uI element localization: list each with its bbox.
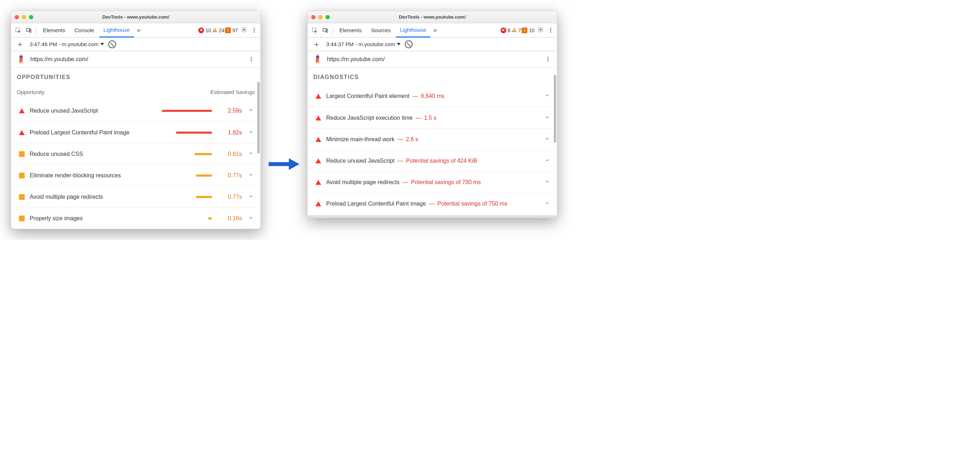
savings-bar-wrap: [108, 196, 212, 198]
warning-badge[interactable]: 7: [511, 27, 521, 33]
new-report-button[interactable]: ＋: [311, 39, 322, 50]
savings-bar: [195, 153, 212, 155]
report-dropdown[interactable]: 3:44:37 PM - m.youtube.com: [326, 41, 401, 47]
info-badge[interactable]: ! 10: [522, 27, 535, 33]
diagnostic-title: Reduce unused JavaScript — Potential sav…: [326, 158, 477, 164]
scroll-thumb[interactable]: [554, 75, 556, 143]
tab-elements[interactable]: Elements: [335, 23, 366, 38]
error-badge[interactable]: ✕ 8: [501, 27, 511, 33]
more-tabs-icon[interactable]: »: [431, 26, 439, 34]
scrollbar-vertical[interactable]: [257, 67, 260, 229]
clear-button[interactable]: [108, 40, 116, 48]
scrollbar-horizontal[interactable]: [308, 215, 557, 218]
scrollbar-vertical[interactable]: [554, 67, 556, 218]
error-count: 8: [508, 27, 511, 33]
devtools-tabs-row: Elements Console Lighthouse » ✕ 10 24 ! …: [11, 23, 261, 38]
more-tabs-icon[interactable]: »: [135, 26, 143, 34]
close-window-button[interactable]: [311, 15, 315, 19]
new-report-button[interactable]: ＋: [15, 39, 25, 50]
tab-sources[interactable]: Sources: [367, 23, 395, 38]
opportunity-row[interactable]: Preload Largest Contentful Paint image1.…: [11, 121, 261, 143]
device-toolbar-icon[interactable]: [320, 26, 331, 35]
window-title: DevTools - www.youtube.com/: [11, 14, 261, 20]
chevron-down-icon[interactable]: [543, 115, 551, 121]
diagnostic-row[interactable]: Largest Contentful Paint element — 6,640…: [308, 85, 557, 107]
opportunity-row[interactable]: Avoid multiple page redirects0.77s: [11, 186, 261, 208]
opportunity-label: Reduce unused CSS: [30, 151, 83, 157]
section-opportunities-heading: OPPORTUNITIES: [11, 67, 261, 85]
chevron-down-icon[interactable]: [247, 215, 255, 222]
diagnostic-metric: 2.6 s: [406, 136, 418, 143]
inspect-icon[interactable]: [13, 26, 23, 35]
diagnostic-row[interactable]: Reduce JavaScript execution time — 1.5 s: [308, 107, 557, 128]
window-title: DevTools - www.youtube.com/: [308, 14, 557, 20]
tab-elements[interactable]: Elements: [38, 23, 70, 38]
error-badge[interactable]: ✕ 10: [198, 27, 211, 33]
settings-icon[interactable]: [239, 26, 250, 34]
diagnostic-title: Minimize main-thread work — 2.6 s: [326, 136, 418, 143]
close-window-button[interactable]: [15, 15, 19, 19]
tab-lighthouse[interactable]: Lighthouse: [99, 23, 134, 38]
severity-average-icon: [19, 151, 25, 157]
savings-bar-wrap: [126, 174, 212, 177]
device-toolbar-icon[interactable]: [24, 26, 34, 35]
svg-marker-6: [289, 158, 300, 169]
caret-down-icon: [100, 43, 104, 45]
clear-button[interactable]: [405, 40, 413, 48]
chevron-down-icon[interactable]: [543, 201, 551, 207]
window-controls: [311, 15, 330, 19]
minimize-window-button[interactable]: [318, 15, 323, 19]
chevron-down-icon[interactable]: [543, 93, 551, 99]
savings-value: 0.77s: [217, 173, 242, 179]
tab-console[interactable]: Console: [70, 23, 99, 38]
opportunity-row[interactable]: Eliminate render-blocking resources0.77s: [11, 165, 261, 186]
severity-average-icon: [19, 194, 25, 200]
report-menu-icon[interactable]: [247, 57, 255, 61]
tab-lighthouse[interactable]: Lighthouse: [396, 23, 431, 38]
savings-value: 0.81s: [217, 151, 242, 157]
chevron-down-icon[interactable]: [543, 179, 551, 185]
overflow-menu-icon[interactable]: [547, 28, 555, 32]
warning-count: 24: [219, 27, 225, 33]
maximize-window-button[interactable]: [326, 15, 330, 19]
chevron-down-icon[interactable]: [247, 108, 255, 114]
chevron-down-icon[interactable]: [247, 173, 255, 179]
titlebar: DevTools - www.youtube.com/: [308, 11, 557, 23]
chevron-down-icon[interactable]: [543, 136, 551, 143]
diagnostic-row[interactable]: Avoid multiple page redirects — Potentia…: [308, 171, 557, 193]
warning-badge[interactable]: 24: [212, 27, 225, 33]
audited-url: https://m.youtube.com/: [30, 56, 88, 62]
warning-icon: [511, 27, 517, 33]
opportunity-row[interactable]: Reduce unused CSS0.81s: [11, 143, 261, 165]
overflow-menu-icon[interactable]: [250, 28, 258, 32]
chevron-down-icon[interactable]: [543, 158, 551, 164]
diagnostic-label: Preload Largest Contentful Paint image: [326, 201, 426, 207]
diagnostic-metric: Potential savings of 780 ms: [411, 179, 481, 185]
scroll-thumb[interactable]: [257, 82, 260, 153]
diagnostic-row[interactable]: Minimize main-thread work — 2.6 s: [308, 128, 557, 150]
settings-icon[interactable]: [535, 26, 546, 34]
report-dropdown[interactable]: 3:47:46 PM - m.youtube.com: [30, 41, 104, 47]
metric-separator: —: [402, 179, 408, 185]
report-menu-icon[interactable]: [544, 57, 552, 61]
opportunity-row[interactable]: Properly size images0.16s: [11, 208, 261, 229]
opportunity-label: Properly size images: [30, 215, 83, 222]
savings-bar-wrap: [88, 217, 212, 219]
diagnostic-row[interactable]: Reduce unused JavaScript — Potential sav…: [308, 150, 557, 171]
inspect-icon[interactable]: [310, 26, 320, 35]
minimize-window-button[interactable]: [22, 15, 26, 19]
col-savings: Estimated Savings: [210, 89, 255, 95]
savings-bar: [162, 110, 212, 112]
chevron-down-icon[interactable]: [247, 129, 255, 136]
info-badge[interactable]: ! 97: [225, 27, 238, 33]
diagnostic-row[interactable]: Preload Largest Contentful Paint image —…: [308, 193, 557, 214]
savings-bar: [196, 196, 212, 198]
maximize-window-button[interactable]: [29, 15, 33, 19]
chevron-down-icon[interactable]: [247, 151, 255, 157]
chevron-down-icon[interactable]: [247, 194, 255, 200]
lighthouse-logo-icon: [16, 54, 26, 65]
diagnostic-label: Reduce unused JavaScript: [326, 158, 395, 164]
devtools-window-old: DevTools - www.youtube.com/ Elements Con…: [11, 11, 261, 229]
opportunity-row[interactable]: Reduce unused JavaScript2.59s: [11, 100, 261, 121]
savings-value: 1.82s: [217, 129, 242, 136]
